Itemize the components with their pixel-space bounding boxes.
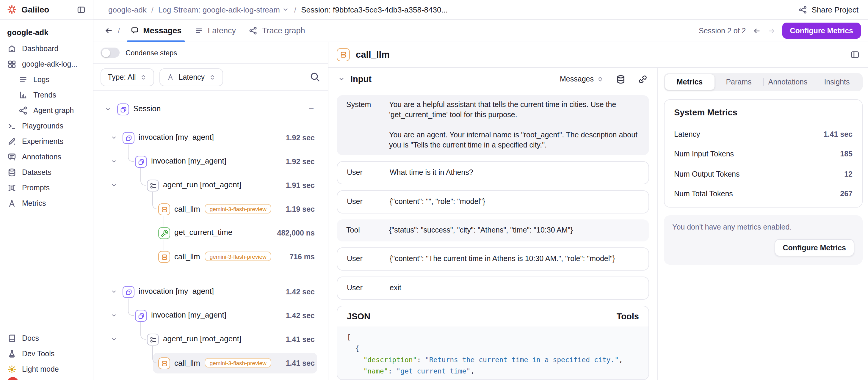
sidebar-item-dashboard[interactable]: Dashboard bbox=[0, 41, 93, 57]
chevdown-icon[interactable] bbox=[105, 106, 111, 113]
sidebar-item-experiments[interactable]: Experiments bbox=[0, 134, 93, 149]
sidebar-item-metrics[interactable]: Metrics bbox=[0, 196, 93, 211]
span-duration: 1.42 sec bbox=[286, 288, 315, 296]
sidebar-item-datasets[interactable]: Datasets bbox=[0, 165, 93, 180]
metric-value: 1.41 sec bbox=[824, 130, 852, 138]
span-duration: 1.41 sec bbox=[286, 359, 315, 368]
message-role: User bbox=[347, 197, 390, 207]
metrics-icon bbox=[167, 73, 175, 81]
json-code-block[interactable]: [ { "description": "Returns the current … bbox=[337, 326, 648, 379]
prev-session-icon[interactable] bbox=[752, 27, 761, 35]
chevdown-icon[interactable] bbox=[111, 336, 117, 343]
tree-row-agent-run-root-agent-[interactable]: agent_run [root_agent]1.41 sec bbox=[93, 328, 328, 351]
top-bar: google-adk/Log Stream: google-adk-log-st… bbox=[93, 0, 868, 20]
tree-connector bbox=[141, 168, 146, 186]
llm-span-icon bbox=[158, 203, 170, 215]
back-arrow-icon[interactable] bbox=[104, 26, 113, 35]
sidebar-item-label: Metrics bbox=[22, 199, 46, 208]
metrics-icon bbox=[7, 199, 17, 208]
tab-label: Latency bbox=[208, 26, 236, 35]
sidebar-collapse-icon[interactable] bbox=[77, 5, 86, 14]
raw-data-icon[interactable] bbox=[616, 74, 626, 84]
tab-latency[interactable]: Latency bbox=[188, 19, 242, 42]
chevron-down-icon[interactable] bbox=[338, 75, 345, 83]
updown-chevrons-icon bbox=[209, 73, 216, 81]
tab-label: Messages bbox=[143, 26, 182, 35]
chevdown-icon[interactable] bbox=[111, 134, 117, 141]
logs-icon bbox=[19, 75, 28, 85]
message-role: System bbox=[346, 100, 389, 151]
message-view-selector[interactable]: Messages bbox=[560, 75, 604, 83]
collapse-all-icon[interactable]: – bbox=[309, 103, 313, 113]
tree-row-call-llm[interactable]: call_llmgemini-3-flash-preview1.41 sec bbox=[93, 351, 328, 375]
sidebar-item-light-mode[interactable]: Light mode bbox=[0, 361, 93, 377]
span-name: call_llm bbox=[174, 358, 200, 367]
tab-annotations[interactable]: Annotations bbox=[763, 74, 812, 90]
tree-connector bbox=[152, 192, 157, 209]
sidebar-item-label: Datasets bbox=[22, 168, 52, 177]
chevdown-icon[interactable] bbox=[111, 312, 117, 319]
chevdown-icon[interactable] bbox=[111, 288, 117, 295]
trace-tree-panel: Condense steps Type: All Latency Session… bbox=[93, 42, 329, 380]
breadcrumb-separator: / bbox=[151, 5, 154, 14]
type-filter-dropdown[interactable]: Type: All bbox=[100, 68, 154, 86]
metrics-empty-text: You don't have any metrics enabled. bbox=[672, 223, 854, 231]
message-card-user: User{"content": "The current time in Ath… bbox=[337, 247, 649, 271]
span-duration: 1.41 sec bbox=[286, 336, 315, 344]
sidebar-item-docs[interactable]: Docs bbox=[0, 330, 93, 346]
sidebar-item-logs[interactable]: Logs bbox=[0, 72, 93, 87]
invocation-span-icon bbox=[135, 310, 147, 322]
message-content: {"status": "success", "city": "Athens", … bbox=[389, 225, 640, 235]
sidebar-item-agent-graph[interactable]: Agent graph bbox=[0, 103, 93, 118]
tree-row-agent-run-root-agent-[interactable]: agent_run [root_agent]1.91 sec bbox=[93, 173, 328, 197]
configure-metrics-button[interactable]: Configure Metrics bbox=[782, 23, 861, 39]
span-name: invocation [my_agent] bbox=[138, 133, 214, 141]
tab-params[interactable]: Params bbox=[714, 74, 763, 90]
tool-span-icon bbox=[158, 227, 170, 239]
tree-row-call-llm[interactable]: call_llmgemini-3-flash-preview1.19 sec bbox=[93, 197, 328, 221]
sidebar-item-label: Agent graph bbox=[33, 106, 74, 115]
tree-row-call-llm[interactable]: call_llmgemini-3-flash-preview716 ms bbox=[93, 245, 328, 269]
next-session-icon[interactable] bbox=[767, 27, 775, 35]
session-pager: Session 2 of 2 bbox=[699, 27, 775, 35]
span-name: invocation [my_agent] bbox=[138, 287, 214, 295]
message-role: Tool bbox=[346, 225, 389, 235]
share-project-button[interactable]: Share Project bbox=[798, 5, 859, 14]
sidebar-item-playgrounds[interactable]: Playgrounds bbox=[0, 118, 93, 134]
sidebar-item-prompts[interactable]: Prompts bbox=[0, 180, 93, 196]
span-duration: 1.91 sec bbox=[286, 181, 315, 190]
span-name: call_llm bbox=[174, 252, 200, 261]
metric-row: Num Output Tokens12 bbox=[674, 164, 852, 184]
metric-filter-dropdown[interactable]: Latency bbox=[160, 68, 223, 86]
model-badge: gemini-3-flash-preview bbox=[205, 252, 271, 261]
tab-metrics[interactable]: Metrics bbox=[665, 74, 714, 90]
sidebar-item-google-adk-log-[interactable]: google-adk-log... bbox=[0, 57, 93, 72]
tree-connector bbox=[164, 240, 164, 250]
chevdown-icon[interactable] bbox=[111, 158, 117, 165]
panel-toggle-icon[interactable] bbox=[850, 50, 860, 60]
tab-insights[interactable]: Insights bbox=[812, 74, 862, 90]
model-badge: gemini-3-flash-preview bbox=[205, 358, 271, 368]
sidebar-header: Galileo bbox=[0, 0, 93, 20]
tree-row-get-current-time[interactable]: get_current_time482,000 ns bbox=[93, 221, 328, 245]
sidebar-item-label: Dashboard bbox=[22, 44, 58, 53]
condense-steps-toggle[interactable] bbox=[100, 48, 120, 58]
experiment-icon bbox=[7, 137, 17, 146]
tree-filters: Type: All Latency bbox=[93, 64, 328, 91]
link-icon[interactable] bbox=[638, 74, 648, 84]
user-avatar[interactable] bbox=[7, 377, 19, 380]
configure-metrics-secondary-button[interactable]: Configure Metrics bbox=[774, 239, 854, 256]
sidebar-item-trends[interactable]: Trends bbox=[0, 87, 93, 103]
sidebar-item-dev-tools[interactable]: Dev Tools bbox=[0, 346, 93, 361]
chevdown-icon[interactable] bbox=[111, 182, 117, 189]
span-label: call_llmgemini-3-flash-preview bbox=[174, 204, 271, 214]
tab-messages[interactable]: Messages bbox=[123, 19, 188, 42]
tree-row-session[interactable]: Session– bbox=[93, 98, 328, 121]
sidebar-item-annotations[interactable]: Annotations bbox=[0, 149, 93, 165]
breadcrumb-item[interactable]: Log Stream: google-adk-log-stream bbox=[158, 5, 289, 14]
search-icon[interactable] bbox=[309, 71, 321, 83]
tab-trace-graph[interactable]: Trace graph bbox=[242, 19, 312, 42]
message-card-user: User{"content": "", "role": "model"} bbox=[337, 190, 649, 214]
message-card-system: SystemYou are a helpful assistant that t… bbox=[337, 95, 649, 155]
breadcrumb-item[interactable]: google-adk bbox=[108, 5, 147, 14]
